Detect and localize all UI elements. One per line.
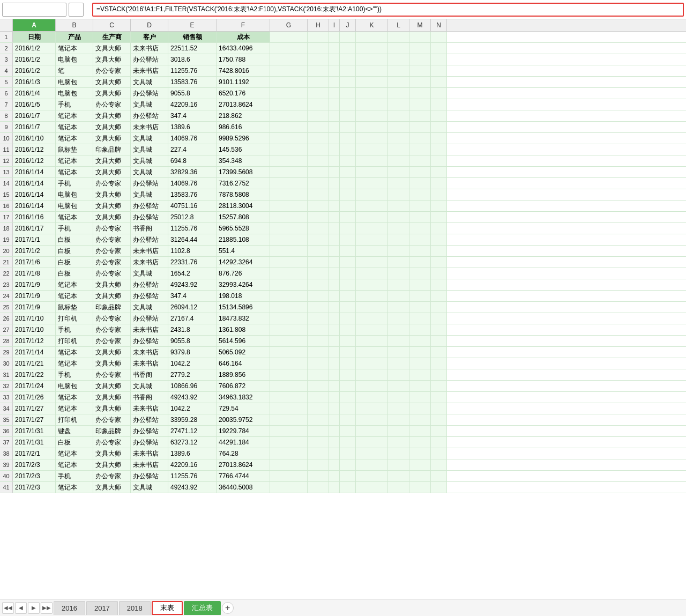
cell-extra-3-1[interactable] [340,32,356,42]
cell-extra-4-35[interactable] [356,414,388,425]
cell-extra-0-30[interactable] [270,358,308,369]
cell-a-18[interactable]: 2016/1/17 [13,223,56,234]
cell-extra-1-32[interactable] [308,381,329,391]
cell-extra-5-31[interactable] [388,369,409,380]
cell-extra-1-38[interactable] [308,448,329,459]
cell-extra-3-36[interactable] [340,426,356,436]
cell-b-8[interactable]: 笔记本 [56,110,93,121]
cell-extra-7-12[interactable] [431,155,447,166]
cell-e-10[interactable]: 14069.76 [168,133,217,144]
cell-extra-3-24[interactable] [340,291,356,301]
cell-extra-4-18[interactable] [356,223,388,234]
cell-f-38[interactable]: 764.28 [217,448,270,459]
cell-a-25[interactable]: 2017/1/9 [13,302,56,313]
cell-b-15[interactable]: 电脑包 [56,189,93,200]
cell-extra-7-7[interactable] [431,99,447,110]
cell-e-32[interactable]: 10866.96 [168,381,217,391]
cell-b-17[interactable]: 笔记本 [56,212,93,222]
cell-extra-0-34[interactable] [270,403,308,414]
cell-f-1[interactable]: 成本 [217,32,270,42]
cell-extra-1-40[interactable] [308,471,329,481]
cell-extra-6-6[interactable] [409,88,431,99]
cell-extra-0-40[interactable] [270,471,308,481]
cell-extra-3-31[interactable] [340,369,356,380]
cell-f-41[interactable]: 36440.5008 [217,482,270,493]
cell-extra-7-37[interactable] [431,437,447,448]
cell-extra-6-38[interactable] [409,448,431,459]
cell-extra-2-39[interactable] [329,459,340,470]
cell-extra-0-6[interactable] [270,88,308,99]
cell-extra-3-18[interactable] [340,223,356,234]
cell-extra-2-40[interactable] [329,471,340,481]
cell-d-1[interactable]: 客户 [131,32,168,42]
cell-extra-5-22[interactable] [388,268,409,279]
cell-extra-3-30[interactable] [340,358,356,369]
cell-f-28[interactable]: 5614.596 [217,336,270,346]
cell-f-36[interactable]: 19229.784 [217,426,270,436]
cell-c-13[interactable]: 文具大师 [93,167,131,177]
cell-b-10[interactable]: 笔记本 [56,133,93,144]
cell-extra-6-21[interactable] [409,257,431,268]
cell-extra-3-20[interactable] [340,246,356,256]
cell-extra-6-18[interactable] [409,223,431,234]
cell-extra-1-37[interactable] [308,437,329,448]
cell-c-14[interactable]: 办公专家 [93,178,131,189]
cell-extra-3-21[interactable] [340,257,356,268]
cell-d-33[interactable]: 书香阁 [131,392,168,403]
cell-d-5[interactable]: 文具城 [131,77,168,87]
cell-e-24[interactable]: 347.4 [168,291,217,301]
cell-e-14[interactable]: 14069.76 [168,178,217,189]
cell-f-23[interactable]: 32993.4264 [217,279,270,290]
cell-f-11[interactable]: 145.536 [217,144,270,155]
cell-extra-1-25[interactable] [308,302,329,313]
cell-e-20[interactable]: 1102.8 [168,246,217,256]
cell-extra-6-4[interactable] [409,65,431,76]
cell-c-3[interactable]: 文具大师 [93,54,131,65]
cell-extra-2-29[interactable] [329,347,340,358]
cell-d-26[interactable]: 办公驿站 [131,313,168,324]
cell-d-36[interactable]: 办公驿站 [131,426,168,436]
cell-extra-5-20[interactable] [388,246,409,256]
cell-e-7[interactable]: 42209.16 [168,99,217,110]
cell-extra-6-2[interactable] [409,43,431,54]
cell-f-3[interactable]: 1750.788 [217,54,270,65]
cell-extra-4-31[interactable] [356,369,388,380]
cell-a-30[interactable]: 2017/1/21 [13,358,56,369]
cell-extra-4-3[interactable] [356,54,388,65]
cell-extra-4-11[interactable] [356,144,388,155]
cell-extra-2-2[interactable] [329,43,340,54]
cell-extra-4-14[interactable] [356,178,388,189]
cell-extra-0-27[interactable] [270,324,308,335]
cell-extra-2-14[interactable] [329,178,340,189]
cell-d-30[interactable]: 未来书店 [131,358,168,369]
sheet-tab-2016[interactable]: 2016 [54,601,85,615]
cell-extra-4-39[interactable] [356,459,388,470]
cell-e-30[interactable]: 1042.2 [168,358,217,369]
cell-b-35[interactable]: 打印机 [56,414,93,425]
cell-f-34[interactable]: 729.54 [217,403,270,414]
cell-extra-0-21[interactable] [270,257,308,268]
formula-input[interactable] [92,3,684,17]
cell-extra-4-27[interactable] [356,324,388,335]
cell-extra-2-9[interactable] [329,122,340,132]
cell-extra-4-26[interactable] [356,313,388,324]
cell-extra-5-7[interactable] [388,99,409,110]
cell-b-11[interactable]: 鼠标垫 [56,144,93,155]
cell-extra-3-37[interactable] [340,437,356,448]
cell-d-40[interactable]: 办公驿站 [131,471,168,481]
cell-extra-5-26[interactable] [388,313,409,324]
cell-extra-7-16[interactable] [431,201,447,211]
cell-e-12[interactable]: 694.8 [168,155,217,166]
cell-extra-0-25[interactable] [270,302,308,313]
cell-extra-6-5[interactable] [409,77,431,87]
cell-b-31[interactable]: 手机 [56,369,93,380]
cell-extra-7-39[interactable] [431,459,447,470]
cell-extra-2-21[interactable] [329,257,340,268]
cell-extra-2-24[interactable] [329,291,340,301]
cell-extra-0-14[interactable] [270,178,308,189]
cell-a-27[interactable]: 2017/1/10 [13,324,56,335]
cell-b-1[interactable]: 产品 [56,32,93,42]
cell-e-5[interactable]: 13583.76 [168,77,217,87]
cell-extra-2-38[interactable] [329,448,340,459]
cell-extra-4-13[interactable] [356,167,388,177]
